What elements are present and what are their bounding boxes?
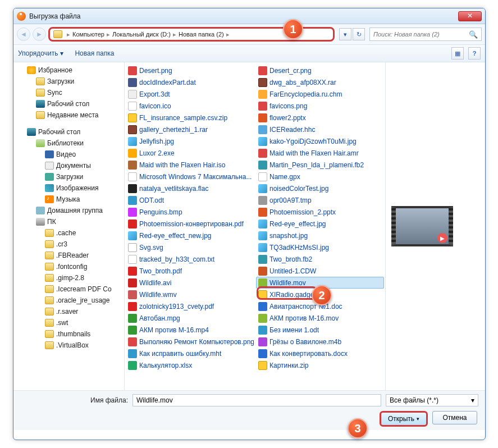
file-item[interactable]: Desert_cr.png [256,65,384,76]
file-item[interactable]: favicon.ico [126,100,254,112]
tree-folder[interactable]: .Icecream PDF Co [13,284,124,295]
search-box[interactable]: 🔍 [369,28,482,41]
tree-folder[interactable]: .oracle_jre_usage [13,295,124,306]
tree-folder[interactable]: .cache [13,227,124,239]
file-item[interactable]: Грёзы о Вавилоне.m4b [256,336,384,348]
view-button[interactable]: ▦ [451,47,464,60]
file-item[interactable]: Картинки.zip [256,359,384,371]
tree-images[interactable]: Изображения [13,182,124,194]
file-item[interactable]: Maid with the Flaxen Hair.iso [126,159,254,171]
back-button[interactable]: ◄ [17,28,30,41]
tree-downloads[interactable]: Загрузки [13,76,124,87]
file-item[interactable]: Photoemission-конвертирован.pdf [126,218,254,230]
tree-folder[interactable]: .cr3 [13,239,124,250]
file-item[interactable]: Red-eye_effect_new.jpg [126,230,254,241]
file-item[interactable]: Wildlife.avi [126,277,254,289]
tree-desktop[interactable]: Рабочий стол [13,98,124,109]
file-item[interactable]: tracked_by_h33t_com.txt [126,253,254,265]
titlebar[interactable]: Выгрузка файла ✕ [13,8,485,24]
tree-folder[interactable]: .thumbnails [13,328,124,340]
help-button[interactable]: ? [468,47,481,60]
sidebar-tree[interactable]: Избранное Загрузки Sync Рабочий стол Нед… [13,62,125,390]
tree-folder[interactable]: .VirtualBox [13,340,124,351]
file-item[interactable]: Two_broth.fb2 [256,253,384,265]
tree-folder[interactable]: .r.saver [13,306,124,317]
file-item[interactable]: Penguins.bmp [126,206,254,218]
tree-folder[interactable]: .swt [13,317,124,328]
dropdown-button[interactable]: ▾ [339,28,351,40]
refresh-button[interactable]: ↻ [353,28,365,40]
tree-dl2[interactable]: Загрузки [13,171,124,182]
file-item[interactable]: Как исправить ошибку.mht [126,348,254,359]
tree-desktop-root[interactable]: Рабочий стол [13,126,124,138]
close-button[interactable]: ✕ [458,11,482,21]
file-item[interactable]: Автобан.mpg [126,312,254,324]
breadcrumb-item[interactable]: Новая папка (2) [177,31,225,38]
tree-folder[interactable]: .FBReader [13,250,124,261]
file-item[interactable]: Luxor 2.exe [126,147,254,159]
file-item[interactable]: Two_broth.pdf [126,265,254,277]
file-item[interactable]: favicons.png [256,100,384,112]
file-item[interactable]: flower2.pptx [256,112,384,124]
tree-favorites[interactable]: Избранное [13,65,124,76]
file-item[interactable]: АКМ против М-16.mov [256,312,384,324]
tree-pc[interactable]: ПК [13,216,124,227]
file-item[interactable]: noisedColorTest.jpg [256,182,384,194]
tree-video[interactable]: Видео [13,149,124,160]
file-item[interactable]: Photoemission_2.pptx [256,206,384,218]
file-item[interactable]: Untitled-1.CDW [256,265,384,277]
file-item[interactable]: Svg.svg [126,241,254,253]
breadcrumb-item[interactable]: Компьютер [71,31,106,38]
file-item[interactable]: Red-eye_effect.jpg [256,218,384,230]
file-list[interactable]: Desert.pngdocIdIndexPart.datExport.3dtfa… [125,62,485,390]
forward-button[interactable]: ► [33,28,46,41]
organize-menu[interactable]: Упорядочить ▾ [18,49,63,57]
cancel-button[interactable]: Отмена [432,411,477,424]
tree-recent[interactable]: Недавние места [13,109,124,121]
file-item[interactable]: docIdIndexPart.dat [126,76,254,88]
search-input[interactable] [373,31,469,38]
tree-docs[interactable]: Документы [13,160,124,171]
file-item[interactable]: Jellyfish.jpg [126,135,254,147]
file-icon [258,66,267,75]
file-item[interactable]: Export.3dt [126,88,254,100]
file-item[interactable]: Без имени 1.odt [256,324,384,336]
tree-folder[interactable]: .gimp-2.8 [13,272,124,284]
filetype-filter[interactable]: Все файлы (*.*)▾ [386,394,478,406]
file-item[interactable]: opr00A9T.tmp [256,194,384,206]
file-item[interactable]: FarEncyclopedia.ru.chm [256,88,384,100]
file-item[interactable]: Выполняю Ремонт Компьютеров.png [126,336,254,348]
file-name: snapshot.jpg [269,232,308,240]
file-icon [128,78,137,87]
open-button[interactable]: Открыть ▾ [380,411,428,427]
file-item[interactable]: Как конвертировать.docx [256,348,384,359]
tree-libs[interactable]: Библиотеки [13,138,124,149]
file-item[interactable]: Maid with the Flaxen Hair.amr [256,147,384,159]
file-item[interactable]: kako-YgoiDjGzowhT0uMi.jpg [256,135,384,147]
file-item[interactable]: Name.gpx [256,171,384,182]
file-item[interactable]: dwg_abs_afp08XX.rar [256,76,384,88]
file-item[interactable]: FL_insurance_sample.csv.zip [126,112,254,124]
file-item[interactable]: Microsoft Windows 7 Максимальна... [126,171,254,182]
breadcrumb-item[interactable]: Локальный диск (D:) [111,31,172,38]
file-item[interactable]: snapshot.jpg [256,230,384,241]
tree-homegroup[interactable]: Домашняя группа [13,205,124,216]
tree-folder[interactable]: .fontconfig [13,261,124,272]
file-item[interactable]: АКМ против М-16.mp4 [126,324,254,336]
file-item[interactable]: ODT.odt [126,194,254,206]
file-item[interactable]: gallery_chertezhi_1.rar [126,124,254,135]
tree-music[interactable]: Музыка [13,194,124,205]
file-item[interactable]: Martin_Pesn_lda_i_plameni.fb2 [256,159,384,171]
file-item[interactable]: Wildlife.wmv [126,289,254,300]
file-item[interactable]: zolotnicky1913_cvety.pdf [126,300,254,312]
new-folder-button[interactable]: Новая папка [75,49,114,57]
tree-sync[interactable]: Sync [13,87,124,98]
file-item[interactable]: natalya_vetlitskaya.flac [126,182,254,194]
file-item[interactable]: Desert.png [126,65,254,76]
file-item[interactable]: ICEReader.hhc [256,124,384,135]
chevron-right-icon: ▸ [172,31,177,38]
search-icon[interactable]: 🔍 [469,30,478,39]
file-item[interactable]: TQ3adKHzMsSI.jpg [256,241,384,253]
file-item[interactable]: Калькулятор.xlsx [126,359,254,371]
filename-input[interactable] [133,394,381,406]
